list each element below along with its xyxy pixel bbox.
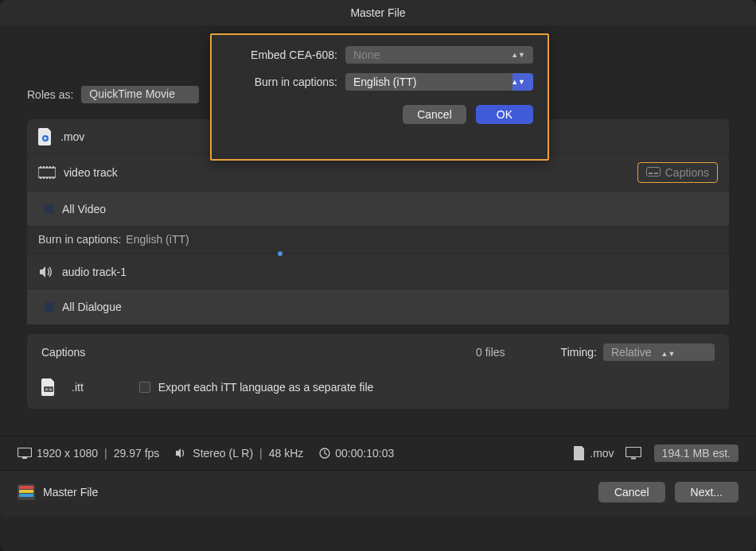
output-ext-label: .mov [590,447,614,460]
roles-select[interactable]: QuickTime Movie [81,86,199,103]
captions-popover: Embed CEA-608: None ▲▼ Burn in captions:… [210,33,549,161]
all-video-row[interactable]: All Video [27,192,729,227]
window-title: Master File [0,0,756,25]
svg-rect-21 [625,448,641,457]
embed-cea-value: None [353,49,380,61]
svg-rect-22 [631,458,636,460]
all-dialogue-row[interactable]: All Dialogue [27,289,729,324]
monitor-icon [18,448,32,459]
captions-heading: Captions [41,346,85,359]
svg-rect-1 [38,168,56,177]
svg-rect-12 [646,168,660,177]
clock-icon [319,448,330,459]
burn-in-label: Burn in captions: [38,233,121,246]
svg-rect-7 [40,177,41,179]
audio-track-label: audio track-1 [62,266,127,278]
all-dialogue-label: All Dialogue [62,301,122,313]
filmstrip-icon [38,166,56,179]
svg-rect-13 [649,173,653,174]
footer-bar: Master File Cancel Next... [0,470,756,517]
svg-rect-17 [49,389,52,390]
svg-rect-19 [22,457,27,459]
file-ext-label: .mov [60,130,84,143]
captions-icon [646,167,661,178]
burn-in-value: English (iTT) [126,233,189,246]
svg-rect-6 [53,166,54,168]
captions-file-count: 0 files [476,346,505,359]
footer-title: Master File [43,486,98,499]
svg-rect-9 [46,177,48,179]
burn-captions-label: Burn in captions: [226,76,345,88]
svg-rect-11 [53,177,54,179]
chevron-up-down-icon: ▲▼ [511,52,525,57]
speaker-icon [38,266,54,278]
svg-rect-5 [49,166,51,168]
footer-next-button[interactable]: Next... [675,482,738,502]
resolution-label: 1920 x 1080 [37,447,98,460]
all-video-checkbox[interactable] [45,204,54,214]
document-icon [574,446,585,460]
duration-label: 00:00:10:03 [335,447,394,460]
audio-label: Stereo (L R) [193,447,253,460]
status-bar: 1920 x 1080 | 29.97 fps Stereo (L R) | 4… [0,436,756,470]
captions-panel: Captions 0 files Timing: Relative ▲▼ .it… [27,334,729,409]
movie-file-icon [38,128,53,146]
all-dialogue-checkbox[interactable] [45,302,54,312]
svg-rect-26 [19,494,33,497]
burn-captions-value: English (iTT) [353,76,416,88]
video-track-label: video track [64,166,118,179]
display-icon [625,447,641,460]
svg-rect-15 [44,386,53,392]
timing-select-value: Relative [611,346,652,359]
timing-label: Timing: [561,346,597,359]
speaker-small-icon [175,448,188,459]
svg-rect-14 [654,173,658,174]
chevron-up-down-icon: ▲▼ [661,351,675,356]
captions-button-label: Captions [665,166,709,179]
itt-file-icon [41,378,56,396]
master-file-icon [18,483,35,501]
export-each-label: Export each iTT language as a separate f… [158,381,374,394]
svg-rect-24 [19,486,33,489]
popover-ok-button[interactable]: OK [476,105,533,124]
chevron-up-down-icon: ▲▼ [511,80,525,84]
all-video-label: All Video [62,203,106,215]
svg-rect-18 [18,448,32,457]
embed-cea-label: Embed CEA-608: [226,49,345,61]
embed-cea-select[interactable]: None ▲▼ [345,46,533,64]
footer-cancel-button[interactable]: Cancel [598,482,665,502]
timing-select[interactable]: Relative ▲▼ [603,343,715,361]
fps-label: 29.97 fps [114,447,160,460]
playhead-dot-icon [278,251,283,256]
svg-rect-16 [45,389,48,390]
export-each-checkbox[interactable] [139,382,150,393]
burn-in-row: Burn in captions: English (iTT) [27,227,729,254]
svg-rect-25 [19,490,33,493]
itt-file-ext: .itt [72,381,84,394]
captions-button[interactable]: Captions [637,162,718,183]
svg-rect-10 [49,177,51,179]
svg-rect-3 [43,166,45,168]
roles-select-value: QuickTime Movie [89,87,175,100]
burn-captions-select[interactable]: English (iTT) ▲▼ [345,73,533,91]
khz-label: 48 kHz [269,447,304,460]
audio-track-row: audio track-1 [27,254,729,289]
svg-rect-8 [43,177,45,179]
popover-cancel-button[interactable]: Cancel [403,105,466,124]
size-estimate: 194.1 MB est. [654,444,738,462]
svg-rect-2 [40,166,41,168]
svg-rect-4 [46,166,48,168]
roles-label: Roles as: [27,88,73,101]
